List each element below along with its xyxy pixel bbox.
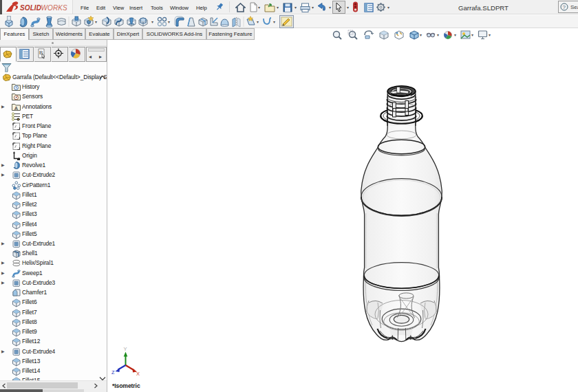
svg-text:▾: ▾	[273, 20, 275, 24]
svg-text:▾: ▾	[95, 20, 97, 24]
svg-text:Z: Z	[111, 369, 115, 375]
svg-text:Y: Y	[124, 346, 127, 352]
svg-text:X: X	[136, 371, 140, 377]
svg-text:▾: ▾	[151, 20, 153, 24]
svg-text:SOLID: SOLID	[20, 4, 41, 12]
svg-text:▾: ▾	[257, 20, 259, 24]
svg-text:WORKS: WORKS	[41, 4, 68, 12]
svg-text:▾: ▾	[168, 20, 170, 24]
svg-text:?: ?	[563, 4, 566, 10]
